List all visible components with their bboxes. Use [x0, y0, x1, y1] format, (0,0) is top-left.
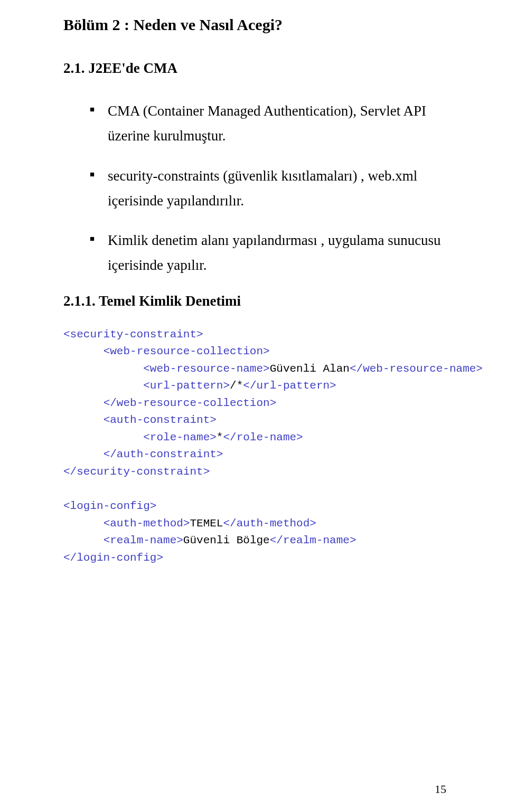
code-tag: </realm-name>: [270, 534, 356, 546]
code-tag: </auth-method>: [223, 517, 316, 530]
list-item: Kimlik denetim alanı yapılandırması , uy…: [90, 228, 444, 278]
code-line: </login-config>: [63, 552, 163, 564]
code-line: <security-constraint>: [63, 328, 203, 341]
section-heading: 2.1. J2EE'de CMA: [63, 60, 444, 77]
code-text: TEMEL: [190, 517, 223, 530]
code-tag: <url-pattern>: [143, 380, 230, 392]
code-tag: <web-resource-name>: [143, 363, 269, 375]
code-line: </auth-constraint>: [104, 448, 223, 460]
bullet-list: CMA (Container Managed Authentication), …: [90, 99, 444, 278]
code-tag: <realm-name>: [104, 534, 183, 546]
code-line: <auth-constraint>: [104, 414, 217, 426]
code-line: </security-constraint>: [63, 466, 210, 478]
code-tag: <auth-method>: [104, 517, 190, 530]
subsection-heading: 2.1.1. Temel Kimlik Denetimi: [63, 293, 444, 309]
list-item: security-constraints (güvenlik kısıtlama…: [90, 164, 444, 214]
page-number: 15: [435, 782, 446, 796]
code-tag: </web-resource-name>: [350, 363, 483, 375]
code-line: <web-resource-collection>: [104, 345, 270, 357]
code-line: </web-resource-collection>: [104, 397, 277, 409]
code-block: <security-constraint> <web-resource-coll…: [63, 326, 444, 567]
code-text: /*: [230, 380, 243, 392]
code-tag: <role-name>: [143, 431, 217, 443]
code-text: *: [217, 431, 223, 443]
code-text: Güvenli Alan: [270, 363, 350, 375]
code-tag: </url-pattern>: [243, 380, 336, 392]
code-line: <login-config>: [63, 500, 156, 512]
chapter-heading: Bölüm 2 : Neden ve Nasıl Acegi?: [63, 16, 444, 34]
list-item: CMA (Container Managed Authentication), …: [90, 99, 444, 149]
code-text: Güvenli Bölge: [183, 534, 270, 546]
code-tag: </role-name>: [223, 431, 303, 443]
